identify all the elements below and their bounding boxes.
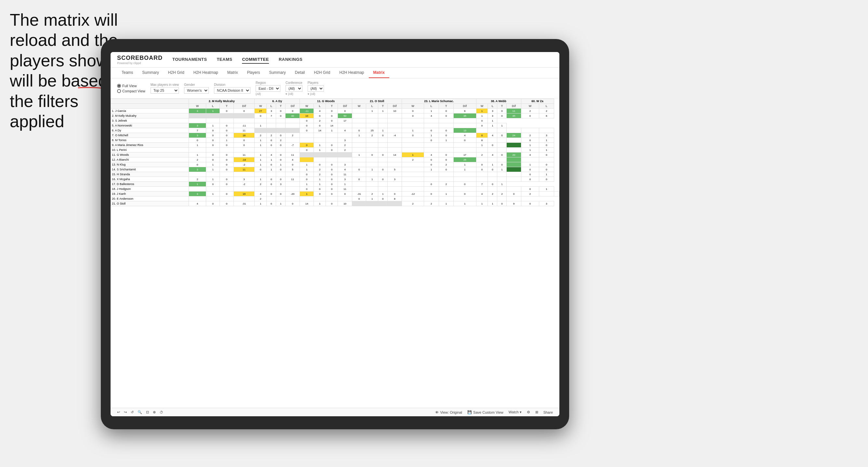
undo-button[interactable]: ↩ — [117, 410, 120, 414]
cell: 0 — [507, 191, 521, 196]
cell — [352, 123, 366, 128]
cell — [267, 172, 276, 177]
zoom-in-button[interactable]: ⊕ — [153, 410, 156, 414]
cell — [402, 118, 424, 123]
cell: 0 — [267, 138, 276, 143]
cell: 0 — [300, 123, 314, 128]
cell — [488, 128, 497, 133]
cell — [402, 123, 424, 128]
nav-rankings[interactable]: RANKINGS — [279, 56, 303, 64]
matrix-area[interactable]: 2. M Kelly Mulcahy 6. A Dy 11. G Woods 2… — [111, 98, 559, 408]
save-custom-button[interactable]: 💾 Save Custom View — [467, 410, 503, 414]
cell — [366, 201, 378, 206]
cell: 0 — [439, 167, 454, 172]
region-label: Region — [256, 81, 280, 85]
sub-nav-matrix2[interactable]: Matrix — [369, 68, 389, 78]
sub-nav-h2h-grid2[interactable]: H2H Grid — [309, 68, 335, 78]
sub-nav-h2h-heatmap1[interactable]: H2H Heatmap — [189, 68, 223, 78]
cell: 0 — [539, 143, 554, 148]
watch-button[interactable]: Watch ▾ — [509, 410, 522, 414]
cell: 4 — [338, 128, 352, 133]
sub-nav-h2h-heatmap2[interactable]: H2H Heatmap — [335, 68, 369, 78]
cell: 2 — [338, 143, 352, 148]
cell — [454, 172, 476, 177]
cell — [234, 118, 255, 123]
cell: 0 — [454, 191, 476, 196]
cell: 1 — [378, 128, 388, 133]
timer-button[interactable]: ⏱ — [160, 410, 163, 414]
cell: 1 — [206, 191, 219, 196]
redo-button[interactable]: ↪ — [124, 410, 127, 414]
cell: 1 — [352, 133, 366, 138]
cell: 1 — [454, 162, 476, 167]
region-select[interactable]: East - DII — [256, 85, 280, 92]
cell: 0 — [476, 167, 488, 172]
cell: 6 — [454, 108, 476, 114]
cell: 1 — [497, 182, 507, 187]
players-select[interactable]: (All) — [308, 85, 324, 92]
col-header-5: 23. L Marie Schumac. — [402, 99, 476, 104]
cell — [424, 123, 439, 128]
cell: 0 — [276, 108, 285, 114]
player-name: 16. X Mcgaha — [111, 177, 189, 182]
cell: 2 — [402, 157, 424, 162]
sh-w5: W — [402, 104, 424, 108]
settings-button[interactable]: ⚙ — [527, 410, 530, 414]
cell — [388, 157, 402, 162]
sub-nav-summary2[interactable]: Summary — [265, 68, 290, 78]
division-select[interactable]: NCAA Division II — [214, 87, 250, 94]
cell: 0 — [521, 114, 539, 118]
share-button[interactable]: Share — [544, 410, 553, 414]
player-name: 10. L Perini — [111, 148, 189, 153]
refresh-button[interactable]: ↺ — [131, 410, 134, 414]
sh-d3: Dif — [338, 104, 352, 108]
main-nav: TOURNAMENTS TEAMS COMMITTEE RANKINGS — [173, 56, 303, 64]
cell: 0 — [206, 157, 219, 162]
cell — [497, 187, 507, 191]
compact-view-radio[interactable]: Compact View — [117, 89, 145, 93]
cell — [314, 196, 326, 201]
nav-teams[interactable]: TEAMS — [217, 56, 232, 64]
cell — [366, 148, 378, 153]
sub-nav-summary1[interactable]: Summary — [137, 68, 163, 78]
cell — [388, 201, 402, 206]
sub-nav-players[interactable]: Players — [242, 68, 265, 78]
cell — [539, 191, 554, 196]
cell: 0 — [454, 138, 476, 143]
cell — [234, 114, 255, 118]
cell: 3 — [539, 133, 554, 138]
cell: 1 — [189, 143, 206, 148]
cell: 0 — [521, 172, 539, 177]
cell: 3 — [234, 177, 255, 182]
cell: 4 — [454, 133, 476, 138]
cell: 0 — [300, 128, 314, 133]
nav-tournaments[interactable]: TOURNAMENTS — [173, 56, 207, 64]
gender-select[interactable]: Women's — [184, 87, 209, 94]
sub-nav-matrix1[interactable]: Matrix — [223, 68, 243, 78]
full-view-radio[interactable]: Full View — [117, 84, 145, 88]
cell: 1 — [488, 123, 497, 128]
zoom-fit-button[interactable]: ⊡ — [146, 410, 149, 414]
zoom-out-button[interactable]: 🔍 — [137, 410, 142, 414]
cell — [314, 133, 326, 138]
sub-nav-teams[interactable]: Teams — [117, 68, 137, 78]
cell: 0 — [488, 182, 497, 187]
conference-select[interactable]: (All) — [285, 85, 303, 92]
nav-committee[interactable]: COMMITTEE — [242, 56, 269, 64]
cell: 1 — [488, 118, 497, 123]
max-players-select[interactable]: Top 25 — [151, 87, 179, 94]
cell: 0 — [267, 201, 276, 206]
view-original-button[interactable]: 👁 View: Original — [435, 410, 462, 414]
cell: 0 — [352, 167, 366, 172]
cell: 0 — [352, 128, 366, 133]
cell — [507, 196, 521, 201]
cell: 1 — [476, 143, 488, 148]
cell: 1 — [255, 123, 267, 128]
sub-nav-detail[interactable]: Detail — [290, 68, 310, 78]
cell — [366, 118, 378, 123]
player-name: 13. N Klug — [111, 162, 189, 167]
sub-nav-h2h-grid1[interactable]: H2H Grid — [163, 68, 189, 78]
cell — [276, 148, 285, 153]
cell — [554, 191, 559, 196]
cell — [267, 128, 276, 133]
